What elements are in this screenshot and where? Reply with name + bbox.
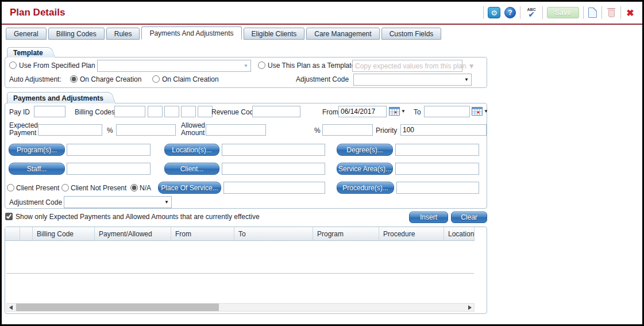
template-adjustment-code-label: Adjustment Code (296, 75, 349, 83)
client-not-present-label: Client Not Present (71, 184, 126, 192)
service-areas-button[interactable]: Service Area(s)... (337, 163, 393, 175)
tab-care-management[interactable]: Care Management (306, 28, 379, 40)
place-of-service-input[interactable] (223, 182, 325, 194)
billing-code-input-3[interactable] (164, 106, 179, 117)
priority-label: Priority (376, 126, 397, 135)
grid-col-procedure[interactable]: Procedure (379, 227, 444, 241)
client-not-present-radio[interactable] (61, 184, 69, 191)
show-effective-checkbox[interactable] (5, 213, 13, 220)
use-this-plan-as-template-label: Use This Plan as a Template (268, 62, 355, 70)
from-label: From (322, 108, 338, 116)
scroll-right-icon[interactable] (466, 304, 474, 311)
clear-button[interactable]: Clear (451, 212, 487, 223)
grid-col-program[interactable]: Program (313, 227, 379, 241)
tab-eligible-clients[interactable]: Eligible Clients (244, 28, 305, 40)
billing-code-input-2[interactable] (148, 106, 163, 117)
place-of-service-button[interactable]: Place Of Service... (158, 182, 221, 194)
from-date-input[interactable] (338, 106, 387, 117)
grid-col-location[interactable]: Location (444, 227, 475, 241)
allowed-amount-label: AllowedAmount (181, 122, 205, 137)
billing-code-input-5[interactable] (198, 106, 213, 117)
grid-header-row: Billing Code Payment/Allowed From To Pro… (5, 227, 475, 241)
client-present-label: Client Present (16, 184, 59, 192)
payments-adjustment-code-dropdown[interactable]: ▼ (64, 196, 172, 208)
grid-col-payment-allowed[interactable]: Payment/Allowed (95, 227, 171, 241)
scroll-thumb[interactable] (16, 304, 219, 311)
close-icon[interactable]: ✖ (625, 7, 635, 18)
revenue-code-input[interactable] (252, 106, 300, 117)
procedures-input[interactable] (396, 182, 479, 194)
grid-row-divider (6, 273, 474, 274)
spellcheck-icon[interactable]: ABC ✔ (525, 6, 538, 19)
from-calendar-icon[interactable]: ▼ (389, 107, 406, 116)
procedures-button[interactable]: Procedure(s)... (337, 182, 394, 194)
payments-group: Pay ID Billing Codes Revenue Code From ▼… (5, 103, 487, 209)
degrees-button[interactable]: Degree(s)... (337, 144, 393, 156)
grid-horizontal-scrollbar[interactable] (6, 303, 475, 312)
copy-expected-values-dropdown[interactable]: Copy expected values from this plan ▼ (352, 60, 462, 72)
programs-input[interactable] (67, 144, 151, 156)
grid-col-from[interactable]: From (171, 227, 234, 241)
staff-input[interactable] (67, 163, 151, 175)
client-input[interactable] (222, 163, 325, 175)
scroll-track[interactable] (15, 304, 466, 311)
expected-percent-input[interactable] (116, 124, 176, 136)
grid-col-to[interactable]: To (234, 227, 313, 241)
on-claim-creation-radio[interactable] (152, 75, 160, 83)
degrees-input[interactable] (395, 144, 479, 156)
template-group: Use From Specified Plan ▼ Use This Plan … (5, 57, 487, 88)
chevron-down-icon: ▼ (401, 109, 406, 114)
save-button[interactable]: Save (547, 7, 579, 18)
spellcheck-check-glyph: ✔ (528, 11, 535, 18)
template-group-header: Template (7, 47, 48, 57)
locations-button[interactable]: Location(s)... (164, 144, 219, 156)
new-document-icon[interactable] (588, 7, 597, 18)
title-bar: Plan Details ⚙ ? ABC ✔ Save ✖ (2, 2, 642, 24)
gear-glyph: ⚙ (491, 9, 498, 17)
on-charge-creation-label: On Charge Creation (80, 75, 141, 83)
to-calendar-icon[interactable]: ▼ (472, 107, 488, 116)
on-claim-creation-label: On Claim Creation (162, 75, 219, 83)
allowed-percent-input[interactable] (322, 124, 373, 136)
page-title: Plan Details (10, 7, 65, 18)
scroll-left-icon[interactable] (7, 304, 15, 311)
tab-general[interactable]: General (6, 28, 47, 40)
insert-button[interactable]: Insert (409, 212, 448, 223)
billing-code-input-1[interactable] (114, 106, 145, 117)
allowed-amount-input[interactable] (206, 124, 266, 136)
pay-id-input[interactable] (34, 106, 65, 117)
settings-gear-icon[interactable]: ⚙ (488, 7, 500, 18)
template-adjustment-code-dropdown[interactable]: ▼ (353, 74, 472, 86)
expected-payment-input[interactable] (38, 124, 102, 136)
staff-button[interactable]: Staff... (9, 163, 65, 175)
use-this-plan-as-template-radio[interactable] (258, 62, 265, 69)
billing-code-input-4[interactable] (181, 106, 196, 117)
toolbar-separator (620, 6, 621, 19)
grid-col-billing-code[interactable]: Billing Code (33, 227, 95, 241)
tab-payments-and-adjustments[interactable]: Payments And Adjustments (141, 26, 241, 40)
priority-input[interactable] (400, 124, 487, 136)
client-present-radio[interactable] (7, 184, 14, 191)
tab-custom-fields[interactable]: Custom Fields (381, 28, 442, 40)
na-radio[interactable] (130, 184, 138, 191)
client-button[interactable]: Client... (164, 163, 219, 175)
title-divider (2, 24, 642, 25)
tab-rules[interactable]: Rules (106, 28, 140, 40)
use-from-specified-plan-radio[interactable] (9, 62, 17, 69)
specified-plan-dropdown[interactable]: ▼ (97, 60, 251, 72)
delete-trash-icon[interactable] (606, 7, 616, 18)
on-charge-creation-radio[interactable] (70, 75, 78, 83)
grid-col-selector (5, 227, 20, 241)
toolbar-separator (583, 6, 584, 19)
allowed-percent-label: % (314, 126, 321, 135)
chevron-down-icon: ▼ (244, 63, 248, 68)
tab-billing-codes[interactable]: Billing Codes (48, 28, 105, 40)
show-effective-label: Show only Expected Payments and Allowed … (16, 213, 260, 221)
programs-button[interactable]: Program(s)... (9, 144, 65, 156)
to-date-input[interactable] (424, 106, 470, 117)
toolbar-separator (520, 6, 520, 19)
use-from-specified-plan-label: Use From Specified Plan (19, 62, 95, 70)
locations-input[interactable] (222, 144, 325, 156)
service-areas-input[interactable] (395, 163, 479, 175)
help-icon[interactable]: ? (504, 7, 516, 18)
